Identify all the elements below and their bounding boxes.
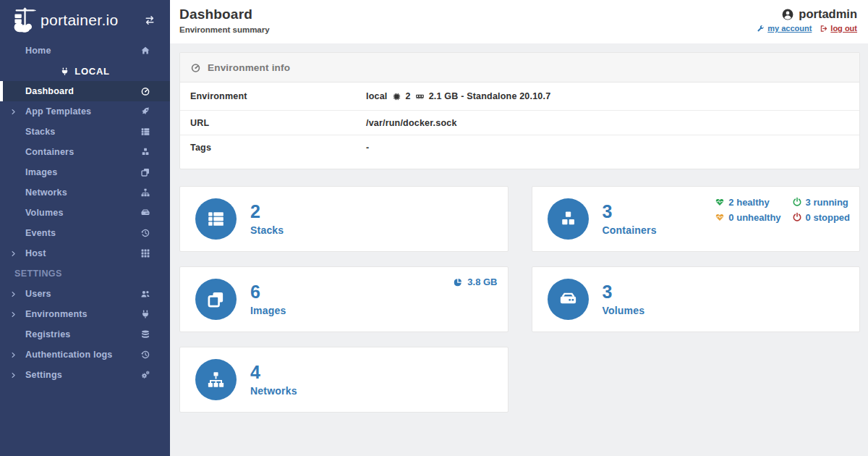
cogs-icon <box>140 370 150 380</box>
user-block: portadmin my account log out <box>757 7 857 43</box>
sidebar-item-events[interactable]: Events <box>0 223 170 243</box>
hdd-icon <box>140 208 150 218</box>
tachometer-icon <box>190 62 201 73</box>
page-title: Dashboard <box>179 7 270 22</box>
info-row-environment: Environmentlocal22.1 GB - Standalone 20.… <box>180 83 859 111</box>
stat-2-healthy: 2 healthy <box>715 195 780 209</box>
tile-count: 2 <box>250 202 284 221</box>
power-icon <box>792 197 802 207</box>
chevron-right-icon <box>10 352 17 358</box>
sidebar-item-stacks[interactable]: Stacks <box>0 122 170 142</box>
info-row-label: Environment <box>190 91 366 101</box>
title-block: Dashboard Environment summary <box>179 7 270 43</box>
cubes-icon <box>558 209 578 229</box>
container-status-stats: 2 healthy0 unhealthy3 running0 stopped <box>715 195 850 224</box>
stat-0-stopped: 0 stopped <box>792 210 850 224</box>
info-row-value: /var/run/docker.sock <box>366 118 457 128</box>
tile-label: Images <box>250 305 286 316</box>
heartbeat-icon <box>715 212 725 222</box>
tile-volumes-circle <box>548 279 589 320</box>
panel-title: Environment info <box>208 62 290 73</box>
tile-stacks-circle <box>195 198 237 240</box>
chevron-right-icon <box>10 109 17 115</box>
history-icon <box>140 228 150 238</box>
sidebar-item-label: Events <box>25 228 140 238</box>
tile-label: Stacks <box>250 224 284 236</box>
log-out-link[interactable]: log out <box>820 24 857 33</box>
environment-name: LOCAL <box>75 66 109 77</box>
sidebar-item-containers[interactable]: Containers <box>0 142 170 162</box>
info-row-tags: Tags- <box>180 135 859 169</box>
my-account-link[interactable]: my account <box>757 24 812 33</box>
th-list-icon <box>140 127 150 137</box>
info-row-value: - <box>366 143 369 153</box>
sidebar-item-volumes[interactable]: Volumes <box>0 203 170 223</box>
sidebar-settings-header: SETTINGS <box>0 263 170 284</box>
chevron-right-icon <box>10 291 17 297</box>
tile-volumes[interactable]: 3Volumes <box>532 266 861 332</box>
brand-name: portainer.io <box>41 12 119 29</box>
sign-out-icon <box>820 25 827 33</box>
tile-networks[interactable]: 4Networks <box>179 347 509 413</box>
sidebar-collapse-icon[interactable] <box>144 14 156 26</box>
tile-count: 3 <box>603 282 645 301</box>
environment-info-panel-header: Environment info <box>180 53 859 83</box>
sidebar-item-label: Authentication logs <box>25 350 140 360</box>
sidebar-item-networks[interactable]: Networks <box>0 182 170 203</box>
chevron-right-icon <box>10 311 17 318</box>
sidebar-item-label: Environments <box>25 309 140 319</box>
chevron-right-icon <box>10 372 17 379</box>
plug-icon <box>140 309 150 319</box>
sidebar-item-images[interactable]: Images <box>0 162 170 182</box>
main-area: Dashboard Environment summary portadmin … <box>170 0 868 456</box>
tile-stacks[interactable]: 2Stacks <box>179 186 509 252</box>
sidebar-item-users[interactable]: Users <box>0 284 170 304</box>
page-subtitle: Environment summary <box>179 25 270 34</box>
info-row-value: local22.1 GB - Standalone 20.10.7 <box>366 91 550 101</box>
microchip-icon <box>392 92 401 101</box>
tile-networks-circle <box>195 359 237 400</box>
plug-icon <box>60 67 69 76</box>
info-row-label: Tags <box>190 143 366 153</box>
sidebar-item-label: Home <box>25 46 140 56</box>
sidebar-item-home[interactable]: Home <box>0 41 170 61</box>
sidebar-environment-header: LOCAL <box>0 61 170 81</box>
th-icon <box>140 248 150 258</box>
sidebar-item-label: Volumes <box>25 208 140 218</box>
sidebar-item-label: Registries <box>25 329 140 339</box>
heartbeat-icon <box>715 197 725 207</box>
sidebar-item-label: Users <box>25 289 140 299</box>
brand-logo[interactable]: portainer.io <box>10 6 144 35</box>
tile-images[interactable]: 6Images3.8 GB <box>179 266 509 332</box>
stat-0-unhealthy: 0 unhealthy <box>715 210 780 224</box>
sidebar-item-host[interactable]: Host <box>0 243 170 263</box>
tile-label: Volumes <box>603 305 645 316</box>
sidebar-item-label: Stacks <box>25 127 140 137</box>
database-icon <box>140 329 150 339</box>
sidebar-item-label: App Templates <box>25 106 140 117</box>
crane-logo-icon <box>10 6 38 35</box>
clone-icon <box>206 290 226 309</box>
sidebar-item-dashboard[interactable]: Dashboard <box>0 81 170 101</box>
sidebar-item-authentication-logs[interactable]: Authentication logs <box>0 345 170 365</box>
tile-count: 3 <box>603 202 657 221</box>
memory-icon <box>415 92 425 101</box>
wrench-icon <box>757 25 765 33</box>
tile-containers[interactable]: 3Containers2 healthy0 unhealthy3 running… <box>532 186 861 252</box>
users-icon <box>140 289 150 299</box>
tile-count: 6 <box>250 282 286 301</box>
info-row-url: URL/var/run/docker.sock <box>180 111 859 135</box>
sitemap-icon <box>206 370 226 389</box>
environment-info-rows: Environmentlocal22.1 GB - Standalone 20.… <box>180 83 859 169</box>
history-icon <box>140 350 150 360</box>
sidebar-item-label: Networks <box>25 187 140 198</box>
sidebar-item-app-templates[interactable]: App Templates <box>0 101 170 122</box>
sidebar-item-environments[interactable]: Environments <box>0 304 170 324</box>
sidebar-header: portainer.io <box>0 0 170 41</box>
sidebar-item-settings[interactable]: Settings <box>0 365 170 385</box>
sidebar-item-registries[interactable]: Registries <box>0 324 170 345</box>
hdd-icon <box>558 290 578 309</box>
sidebar-item-label: Settings <box>25 370 140 380</box>
tile-containers-circle <box>548 198 589 240</box>
stat-3-running: 3 running <box>792 195 850 209</box>
